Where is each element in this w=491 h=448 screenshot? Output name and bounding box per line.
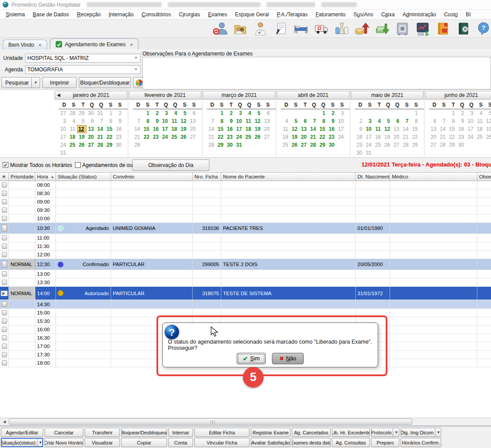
calendar-prev-icon[interactable]: ◀ [57,91,60,99]
chevron-down-icon[interactable]: ▼ [133,67,139,73]
money-out-icon[interactable] [354,21,369,36]
row-indicator[interactable] [0,309,9,317]
menu-caixa[interactable]: Caixa [377,10,399,19]
calendar-day[interactable]: 20 [429,133,438,141]
calendar-day[interactable]: 17 [336,125,346,133]
schedule-row[interactable]: >NORMAL14:00AutorizadoPARTICULAR318075TE… [0,287,491,300]
row-indicator[interactable] [0,206,9,214]
calendar-day[interactable]: 21 [207,133,216,141]
row-indicator[interactable] [0,270,9,278]
checkbox-unchecked-icon[interactable] [75,162,81,168]
column-header-dt-nascimento[interactable]: Dt. Nascimento [356,173,390,181]
menu-consult-rios[interactable]: Consultórios [138,10,175,19]
calendar-day[interactable]: 9 [151,117,160,125]
ag-consultas-button[interactable]: Ag. Consultas [332,438,370,447]
calendar-day[interactable]: 6 [299,117,309,125]
column-header-conv-nio[interactable]: Convênio [111,173,193,181]
calendar-day[interactable]: 18 [281,133,290,141]
row-indicator-box[interactable] [2,301,7,307]
row-indicator[interactable] [0,198,9,206]
calendar-day[interactable]: 25 [170,133,179,141]
protocolo-button[interactable]: Protocolo▼ [371,428,399,437]
calendar-day[interactable]: 2 [355,117,364,125]
dig-img-dicom-button[interactable]: Dig. Img Dicom▼ [401,428,441,437]
scrollbar-thumb[interactable] [9,418,412,425]
row-indicator[interactable] [0,234,9,242]
calendar-day[interactable]: 15 [318,125,327,133]
chevron-down-icon[interactable]: ▼ [37,439,43,446]
imprimir-button[interactable]: Imprimir [42,77,77,88]
calendar-day[interactable]: 30 [114,141,123,149]
menu-custo[interactable]: Custo [440,10,461,19]
hospital-bed-icon[interactable] [294,21,309,36]
row-indicator[interactable] [0,359,9,367]
calendar-day[interactable]: 25 [68,141,77,149]
calendar-day[interactable]: 10 [234,117,244,125]
month-header[interactable]: abril de 2021 [277,91,350,100]
calendar-day[interactable]: 24 [160,133,170,141]
registrar-exame-button[interactable]: Registrar Exame [251,428,290,437]
tab-close-icon[interactable]: × [38,42,41,48]
calendar-day[interactable]: 8 [216,117,225,125]
calendar-day[interactable]: 11 [244,117,253,125]
menu-exames[interactable]: Exames [204,10,231,19]
calendar-day[interactable]: 20 [188,125,197,133]
transferir-button[interactable]: Transferir [85,428,120,437]
row-indicator-box[interactable] [2,271,7,277]
row-indicator-box[interactable] [2,352,7,358]
chevron-down-icon[interactable]: ▼ [435,428,441,437]
calendar-day[interactable]: 14 [401,125,410,133]
calendar-day[interactable]: 3 [59,117,68,125]
calendar-day[interactable]: 28 [96,141,105,149]
schedule-row[interactable]: 14:30 [0,300,491,309]
calendar-day[interactable]: 17 [234,125,244,133]
row-indicator-box[interactable] [2,182,7,188]
calendar-day[interactable]: 11 [281,125,290,133]
ambulance-icon[interactable] [314,21,329,36]
calendar-day[interactable]: 22 [142,133,151,141]
calendar-day[interactable]: 18 [170,125,179,133]
manual-book-icon[interactable] [456,21,471,36]
calendar-day[interactable]: 2 [151,109,160,117]
chevron-down-icon[interactable]: ▼ [133,55,139,61]
calendar-day[interactable]: 23 [114,133,123,141]
calendar-day[interactable]: 24 [364,141,373,149]
calendar-day[interactable]: 9 [355,125,364,133]
tab-close-icon[interactable]: × [130,42,133,47]
calendar-day[interactable]: 27 [86,141,96,149]
calendar-day[interactable]: 19 [484,125,491,133]
calendar-day[interactable]: 10 [364,125,373,133]
sim-button[interactable]: ✔ Sim [237,353,266,364]
calendar-day[interactable]: 12 [253,117,262,125]
calendar-day[interactable]: 16 [355,133,364,141]
calendar-day[interactable]: 19 [179,125,188,133]
row-indicator-box[interactable] [2,244,7,249]
calendar-day[interactable]: 28 [207,141,216,149]
calendar-day[interactable]: 15 [447,125,457,133]
calendar-day[interactable]: 14 [96,125,105,133]
calendar-day[interactable]: 14 [207,125,216,133]
calendar-day[interactable]: 30 [457,141,466,149]
patients-folder-icon[interactable] [233,21,248,36]
calendar-day[interactable]: 28 [309,141,318,149]
calendar-day[interactable]: 27 [59,109,68,117]
calendar-day[interactable]: 24 [466,133,475,141]
calendar-day[interactable]: 12 [179,117,188,125]
nao-button[interactable]: ✖ Não [272,353,304,364]
calendar-day[interactable]: 26 [383,141,392,149]
row-indicator-box[interactable] [2,199,7,205]
column-header-nro-ficha[interactable]: Nro. Ficha [193,173,221,181]
calendar-day[interactable]: 6 [188,109,197,117]
calendar-day[interactable]: 23 [355,141,364,149]
row-indicator-box[interactable] [2,261,7,268]
calendar-day[interactable]: 16 [114,125,123,133]
schedule-row[interactable]: 13:00 [0,270,491,278]
row-indicator[interactable] [0,189,9,197]
tab-bem-vindo[interactable]: Bem Vindo × [3,40,47,50]
calendar-day[interactable]: 28 [133,141,142,149]
calendar-day[interactable]: 21 [133,133,142,141]
calendar-day[interactable]: 23 [225,133,234,141]
schedule-row[interactable]: 09:00 [0,198,491,206]
doctor-icon[interactable] [253,21,268,36]
row-indicator[interactable] [0,300,9,308]
